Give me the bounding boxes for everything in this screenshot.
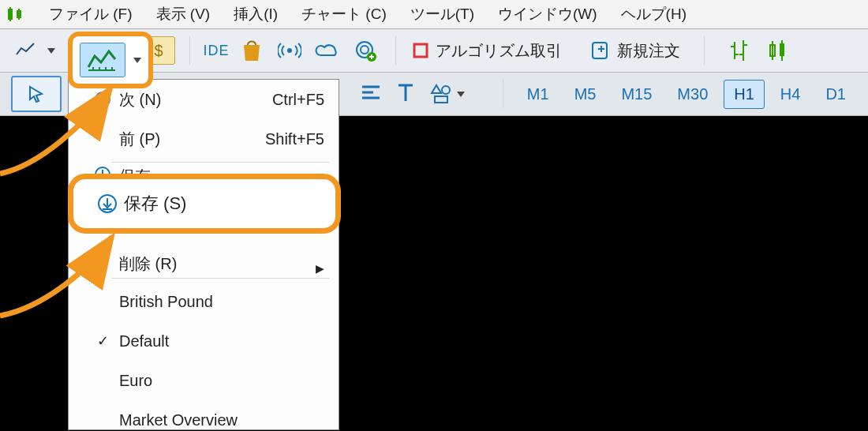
menu-item-save-highlight[interactable]: 保存 (S) xyxy=(68,174,341,234)
shapes-tool-caret[interactable] xyxy=(457,92,465,97)
tf-m15[interactable]: M15 xyxy=(612,81,661,108)
menu-prev-label: 前 (P) xyxy=(119,129,265,150)
ide-label: IDE xyxy=(203,43,229,59)
menu-file[interactable]: ファイル (F) xyxy=(49,4,133,24)
menu-save-label: 保存 (S) xyxy=(124,192,186,216)
tf-h4[interactable]: H4 xyxy=(771,81,810,108)
line-chart-button[interactable] xyxy=(9,35,41,66)
svg-rect-11 xyxy=(593,43,607,58)
menu-next-shortcut: Ctrl+F5 xyxy=(272,91,324,109)
chart-template-icon xyxy=(80,43,125,77)
submenu-arrow-icon: ▶ xyxy=(316,262,324,275)
template-euro-label: Euro xyxy=(119,372,324,390)
menu-chart[interactable]: チャート (C) xyxy=(301,4,387,24)
menu-window[interactable]: ウインドウ(W) xyxy=(498,4,597,24)
chart-template-caret[interactable] xyxy=(133,58,141,63)
svg-point-6 xyxy=(361,46,369,54)
cursor-tool-button[interactable] xyxy=(11,76,62,112)
algo-trading-label: アルゴリズム取引 xyxy=(436,40,562,62)
chart-type-dropdown-caret[interactable] xyxy=(47,48,55,54)
svg-point-4 xyxy=(287,48,292,53)
toolbar-separator xyxy=(189,36,190,65)
next-icon xyxy=(91,91,114,108)
menu-item-remove[interactable]: 削除 (R) ▶ xyxy=(69,246,339,275)
save-icon xyxy=(95,193,119,214)
svg-marker-29 xyxy=(432,85,441,93)
menu-item-prev[interactable]: 前 (P) Shift+F5 xyxy=(69,119,339,159)
template-market-overview-label: Market Overview xyxy=(119,411,324,429)
template-british-pound-label: British Pound xyxy=(119,293,324,311)
menu-tools[interactable]: ツール(T) xyxy=(410,4,474,24)
menu-remove-label: 削除 (R) xyxy=(119,253,316,275)
template-default-label: Default xyxy=(119,332,324,350)
text-tool-icon[interactable] xyxy=(397,82,414,107)
svg-point-32 xyxy=(95,92,110,107)
menu-view[interactable]: 表示 (V) xyxy=(156,4,211,24)
ide-button[interactable]: IDE xyxy=(198,35,230,66)
tf-m1[interactable]: M1 xyxy=(518,81,559,108)
menu-prev-shortcut: Shift+F5 xyxy=(265,130,324,148)
svg-rect-10 xyxy=(414,44,427,57)
tf-m5[interactable]: M5 xyxy=(565,81,606,108)
menu-divider-2 xyxy=(111,278,329,279)
tf-h1[interactable]: H1 xyxy=(724,80,765,109)
svg-point-30 xyxy=(442,86,450,94)
market-button[interactable] xyxy=(236,35,268,66)
tf-d1[interactable]: D1 xyxy=(816,81,855,108)
app-icon xyxy=(6,5,25,24)
toolbar-separator-2 xyxy=(395,36,396,65)
menubar: ファイル (F) 表示 (V) 挿入(I) チャート (C) ツール(T) ウイ… xyxy=(0,0,868,29)
menu-item-template-british-pound[interactable]: British Pound xyxy=(69,282,339,321)
toolbar-separator-3 xyxy=(704,36,705,65)
tf-m30[interactable]: M30 xyxy=(668,81,717,108)
menu-next-label: 次 (N) xyxy=(119,89,272,111)
candle-type-1[interactable] xyxy=(724,35,755,66)
menu-item-template-market-overview[interactable]: Market Overview xyxy=(69,400,339,431)
template-menu-popup: 次 (N) Ctrl+F5 前 (P) Shift+F5 保存 削除 (R) ▶… xyxy=(68,79,339,430)
checkmark-icon: ✓ xyxy=(91,332,114,350)
menu-help[interactable]: ヘルプ(H) xyxy=(621,4,687,24)
new-order-label: 新規注文 xyxy=(617,40,680,62)
algo-trading-button[interactable]: アルゴリズム取引 xyxy=(404,37,570,65)
menu-insert[interactable]: 挿入(I) xyxy=(234,4,278,24)
shapes-tool-icon[interactable] xyxy=(430,84,465,104)
chart-template-button-highlight[interactable] xyxy=(68,32,153,88)
new-order-button[interactable]: 新規注文 xyxy=(582,36,688,65)
cloud-button[interactable] xyxy=(312,35,343,66)
list-lines-icon[interactable] xyxy=(361,84,381,105)
candle-type-2[interactable] xyxy=(761,35,793,66)
tf-separator xyxy=(503,80,503,108)
menu-divider-1 xyxy=(111,162,329,163)
menu-item-template-default[interactable]: ✓ Default xyxy=(69,321,339,361)
menu-item-template-euro[interactable]: Euro xyxy=(69,361,339,400)
radar-plus-button[interactable] xyxy=(350,35,381,66)
signal-button[interactable] xyxy=(274,35,305,66)
svg-rect-31 xyxy=(435,96,447,103)
